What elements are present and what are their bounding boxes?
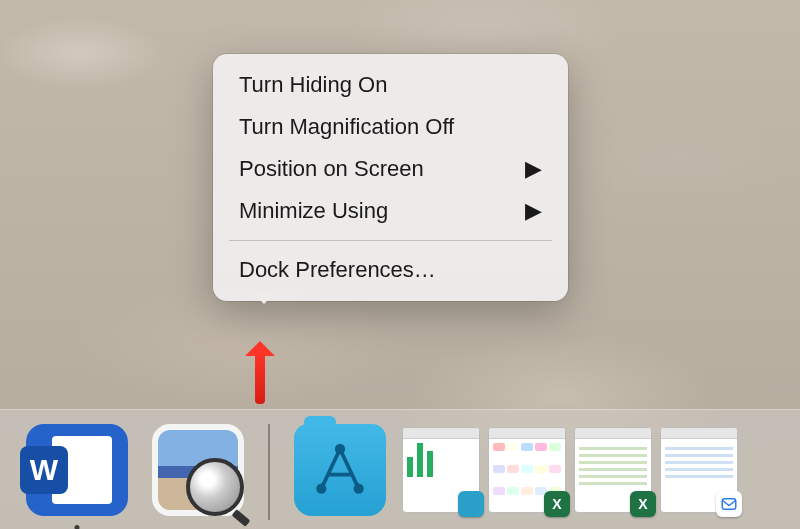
menu-item-label: Minimize Using	[239, 198, 388, 224]
dock-app-word[interactable]: W	[26, 424, 128, 516]
submenu-arrow-icon: ▶	[525, 156, 542, 182]
svg-point-2	[318, 485, 325, 492]
snagit-badge-icon	[458, 491, 484, 517]
dock: W X X	[0, 409, 800, 529]
dock-minimized-mail[interactable]	[660, 427, 738, 513]
dock-minimized-excel-2[interactable]: X	[574, 427, 652, 513]
menu-item-minimize-using[interactable]: Minimize Using ▶	[213, 190, 568, 232]
svg-point-0	[337, 445, 344, 452]
mail-badge-icon	[716, 491, 742, 517]
menu-item-position-on-screen[interactable]: Position on Screen ▶	[213, 148, 568, 190]
menu-item-label: Turn Magnification Off	[239, 114, 454, 140]
menu-item-label: Turn Hiding On	[239, 72, 387, 98]
envelope-icon	[720, 495, 738, 513]
menu-item-dock-preferences[interactable]: Dock Preferences…	[213, 249, 568, 291]
menu-item-label: Position on Screen	[239, 156, 424, 182]
menu-separator	[229, 240, 552, 241]
dock-minimized-excel-1[interactable]: X	[488, 427, 566, 513]
menu-item-turn-magnification-off[interactable]: Turn Magnification Off	[213, 106, 568, 148]
loupe-icon	[186, 458, 244, 516]
dock-context-menu: Turn Hiding On Turn Magnification Off Po…	[213, 54, 568, 301]
dock-separator[interactable]	[268, 424, 270, 520]
excel-badge-icon: X	[630, 491, 656, 517]
menu-item-label: Dock Preferences…	[239, 257, 436, 283]
dock-minimized-snagit[interactable]	[402, 427, 480, 513]
submenu-arrow-icon: ▶	[525, 198, 542, 224]
applications-a-icon	[312, 442, 368, 498]
menu-item-turn-hiding-on[interactable]: Turn Hiding On	[213, 64, 568, 106]
dock-app-preview[interactable]	[152, 424, 244, 516]
svg-point-1	[355, 485, 362, 492]
svg-rect-3	[722, 498, 736, 509]
dock-folder-applications[interactable]	[294, 424, 386, 516]
word-w-icon: W	[20, 446, 68, 494]
excel-badge-icon: X	[544, 491, 570, 517]
